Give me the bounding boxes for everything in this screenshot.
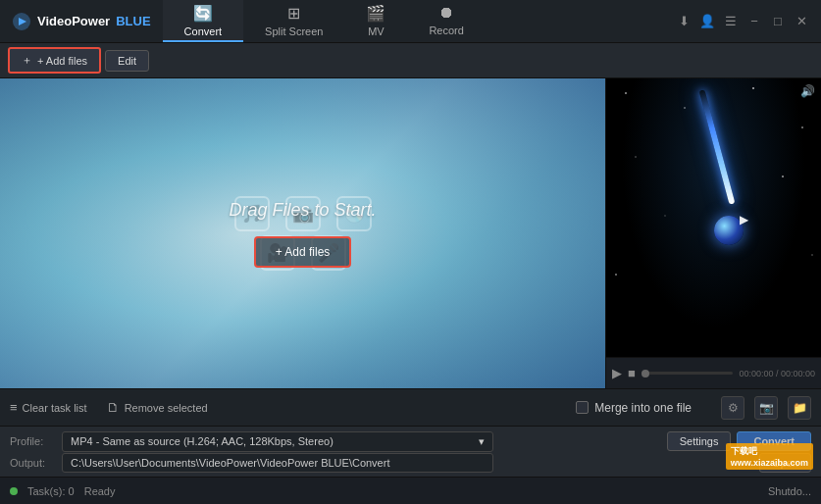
status-bar: Task(s): 0 Ready Shutdo... [0, 477, 821, 504]
menu-btn[interactable]: ☰ [723, 14, 739, 29]
maximize-btn[interactable]: □ [770, 14, 786, 29]
ball-decoration: ▶ [714, 216, 744, 245]
nav-tabs: 🔄 Convert ⊞ Split Screen 🎬 MV ⏺ Record [163, 0, 676, 42]
preview-panel: ▶ 🔊 ▶ ■ 00:00:00 / 00:00:00 [605, 78, 821, 388]
output-row: Output: C:\Users\User\Documents\VideoPow… [10, 453, 811, 473]
svg-point-9 [615, 274, 617, 276]
split-screen-icon: ⊞ [287, 4, 300, 23]
add-files-icon: ＋ [22, 53, 32, 68]
svg-point-4 [752, 87, 754, 89]
remove-selected-icon: 🗋 [107, 400, 120, 415]
status-text: Ready [84, 485, 116, 497]
snapshot-icon-btn[interactable]: 📷 [754, 396, 778, 420]
profile-row: Profile: MP4 - Same as source (H.264; AA… [10, 431, 811, 452]
edit-label: Edit [118, 55, 136, 67]
tab-convert[interactable]: 🔄 Convert [163, 0, 244, 42]
clear-task-button[interactable]: ≡ Clear task list [10, 400, 87, 415]
app-name: VideoPower [37, 14, 110, 28]
drop-zone-icons: 🎵 📷 💿 🎥 🎤 [0, 78, 605, 388]
add-files-label: + Add files [37, 55, 87, 67]
remove-selected-label: Remove selected [125, 402, 208, 414]
svg-point-7 [782, 176, 784, 177]
tab-record[interactable]: ⏺ Record [407, 0, 485, 42]
settings-icon-btn[interactable]: ⚙ [721, 396, 744, 420]
chevron-down-icon: ▾ [479, 435, 485, 448]
app-logo: VideoPower BLUE [0, 12, 163, 31]
profile-label: Profile: [10, 435, 54, 447]
tab-record-label: Record [429, 25, 463, 36]
svg-point-6 [635, 156, 637, 158]
preview-progress-bar[interactable] [641, 372, 734, 375]
logo-icon [12, 12, 31, 31]
tab-mv-label: MV [368, 25, 385, 37]
edit-button[interactable]: Edit [105, 50, 149, 72]
clear-task-icon: ≡ [10, 400, 18, 415]
bottom-right-icons: ⚙ 📷 📁 [721, 396, 811, 420]
svg-point-5 [801, 126, 803, 128]
merge-label: Merge into one file [594, 401, 692, 415]
svg-point-10 [811, 254, 813, 256]
close-btn[interactable]: ✕ [794, 14, 809, 29]
task-count: Task(s): 0 [27, 485, 75, 497]
user-btn[interactable]: 👤 [699, 14, 715, 29]
drag-text: Drag Files to Start. [229, 200, 376, 221]
profile-bar: Profile: MP4 - Same as source (H.264; AA… [0, 426, 821, 477]
watermark: 下载吧www.xiazaiba.com [726, 443, 813, 470]
bottom-toolbar: ≡ Clear task list 🗋 Remove selected Merg… [0, 388, 821, 426]
toolbar: ＋ + Add files Edit [0, 43, 821, 78]
preview-video: ▶ 🔊 [606, 78, 821, 357]
download-btn[interactable]: ⬇ [676, 14, 692, 29]
volume-icon[interactable]: 🔊 [800, 84, 815, 98]
merge-checkbox[interactable] [576, 401, 589, 414]
play-overlay[interactable]: ▶ [731, 206, 758, 233]
status-indicator [10, 487, 18, 495]
profile-value-text: MP4 - Same as source (H.264; AAC, 128Kbp… [71, 435, 334, 447]
tab-mv[interactable]: 🎬 MV [344, 0, 407, 42]
output-label: Output: [10, 457, 54, 469]
progress-dot [641, 370, 649, 378]
main-area: 🎵 📷 💿 🎥 🎤 Drag Files to Start. + Add fil… [0, 78, 821, 388]
shutdown-text: Shutdo... [768, 485, 811, 497]
tab-convert-label: Convert [184, 25, 223, 37]
tab-split-screen[interactable]: ⊞ Split Screen [243, 0, 344, 42]
stars-decoration [606, 78, 821, 333]
convert-icon: 🔄 [193, 4, 213, 23]
remove-selected-button[interactable]: 🗋 Remove selected [107, 400, 208, 415]
mv-icon: 🎬 [366, 4, 385, 23]
app-name-blue: BLUE [116, 14, 150, 28]
preview-time: 00:00:00 / 00:00:00 [739, 369, 815, 378]
preview-controls: ▶ ■ 00:00:00 / 00:00:00 [606, 357, 821, 388]
clear-task-label: Clear task list [23, 402, 87, 414]
preview-video-bg: ▶ [606, 78, 821, 357]
record-icon: ⏺ [438, 4, 454, 22]
svg-point-2 [625, 92, 627, 94]
folder-icon-btn[interactable]: 📁 [788, 396, 811, 420]
profile-dropdown[interactable]: MP4 - Same as source (H.264; AAC, 128Kbp… [62, 431, 493, 452]
drop-zone[interactable]: 🎵 📷 💿 🎥 🎤 Drag Files to Start. + Add fil… [0, 78, 605, 388]
title-bar: VideoPower BLUE 🔄 Convert ⊞ Split Screen… [0, 0, 821, 43]
minimize-btn[interactable]: − [746, 14, 762, 29]
settings-button[interactable]: Settings [667, 431, 732, 451]
window-controls: ⬇ 👤 ☰ − □ ✕ [676, 14, 821, 29]
tab-split-screen-label: Split Screen [265, 25, 323, 37]
merge-section: Merge into one file [576, 401, 692, 415]
stop-button[interactable]: ■ [628, 366, 636, 380]
output-path[interactable]: C:\Users\User\Documents\VideoPower\Video… [62, 453, 493, 473]
svg-point-8 [664, 215, 666, 217]
add-files-center-button[interactable]: + Add files [254, 236, 352, 268]
play-button[interactable]: ▶ [612, 366, 622, 380]
add-files-center-label: + Add files [276, 245, 331, 259]
add-files-button[interactable]: ＋ + Add files [8, 47, 101, 74]
svg-point-3 [684, 107, 686, 109]
